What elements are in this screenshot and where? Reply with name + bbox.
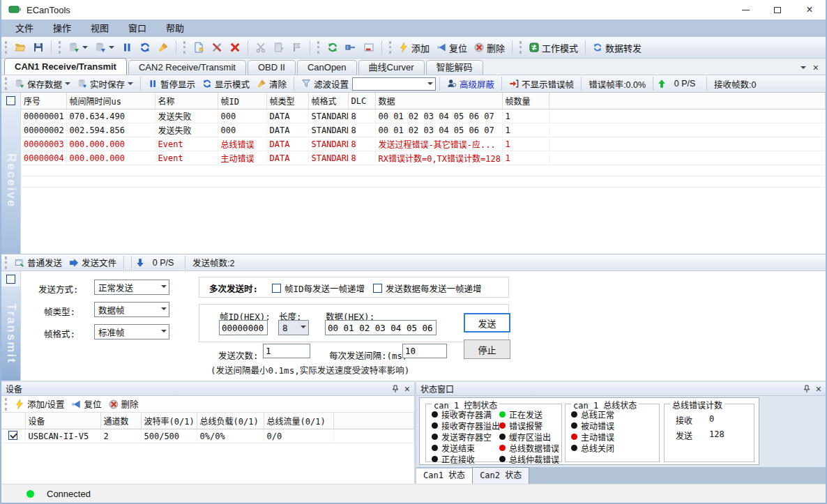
save-data-button[interactable]: 保存数据 bbox=[11, 76, 74, 92]
add-device-button[interactable]: 添加 bbox=[395, 40, 433, 56]
work-mode-button[interactable]: 工作模式 bbox=[526, 40, 582, 56]
hide-window-button[interactable] bbox=[360, 40, 378, 54]
col-header[interactable]: 帧类型 bbox=[266, 93, 308, 109]
tab-can2[interactable]: CAN2 Receive/Transmit bbox=[128, 60, 246, 75]
pin-icon[interactable] bbox=[803, 385, 810, 393]
col-header[interactable]: DLC bbox=[348, 93, 375, 109]
table-row[interactable]: 00000002002.594.856发送失败000DATASTANDARD80… bbox=[21, 123, 826, 137]
cell: STANDARD bbox=[308, 151, 348, 165]
normal-send-button[interactable]: 普通发送 bbox=[11, 254, 66, 270]
receive-gutter: Receive bbox=[1, 93, 21, 254]
inc-data-checkbox[interactable] bbox=[373, 284, 382, 293]
device-row[interactable]: USBCAN-II-V5 2 500/500 0%/0% 0/0 bbox=[1, 429, 414, 443]
close-panel-icon[interactable]: × bbox=[816, 385, 821, 393]
tab-list-dropdown-icon[interactable] bbox=[801, 66, 806, 72]
menu-file[interactable]: 文件 bbox=[6, 20, 43, 37]
device-delete-button[interactable]: 删除 bbox=[105, 396, 142, 412]
frame-id-input[interactable] bbox=[219, 320, 268, 335]
table-row-error[interactable]: 00000003000.000.000Event总线错误DATASTANDARD… bbox=[21, 137, 826, 151]
menu-view[interactable]: 视图 bbox=[81, 20, 119, 37]
send-button[interactable]: 发送 bbox=[464, 313, 510, 333]
maximize-icon bbox=[774, 7, 781, 13]
col-header[interactable]: 帧间隔时间us bbox=[66, 93, 155, 109]
col-header[interactable]: 通道数 bbox=[100, 413, 141, 429]
pause-display-button[interactable]: 暂停显示 bbox=[144, 76, 199, 92]
frame-format-select[interactable]: 标准帧 bbox=[94, 324, 169, 339]
clear-button[interactable] bbox=[154, 40, 172, 54]
realtime-save-button[interactable]: 实时保存 bbox=[74, 76, 137, 92]
send-mode-select[interactable]: 正常发送 bbox=[94, 280, 169, 295]
close-button[interactable]: × bbox=[794, 0, 826, 20]
save-file-button[interactable] bbox=[29, 40, 47, 54]
menu-window[interactable]: 窗口 bbox=[119, 20, 156, 37]
toolbar-grip bbox=[5, 77, 8, 90]
table-row[interactable]: 00000001070.634.490发送失败000DATASTANDARD80… bbox=[21, 109, 826, 123]
auto-save-dropdown-button[interactable] bbox=[91, 40, 118, 54]
col-header[interactable]: 数据 bbox=[375, 93, 502, 109]
reset-device-button[interactable]: 复位 bbox=[433, 40, 471, 56]
hide-error-frames-button[interactable]: 不显示错误帧 bbox=[506, 76, 577, 92]
tab-can1[interactable]: CAN1 Receive/Transmit bbox=[4, 58, 127, 75]
close-tab-icon[interactable]: × bbox=[813, 63, 819, 72]
col-header[interactable]: 帧数量 bbox=[502, 93, 549, 109]
tab-can1-status[interactable]: Can1 状态 bbox=[416, 468, 472, 484]
led-dot bbox=[571, 445, 577, 451]
settings-tools-button[interactable] bbox=[208, 40, 226, 54]
col-header[interactable]: 序号 bbox=[21, 93, 66, 109]
transmit-select-all-checkbox[interactable] bbox=[6, 275, 15, 284]
menu-operate[interactable]: 操作 bbox=[43, 20, 81, 37]
new-config-button[interactable] bbox=[190, 40, 208, 54]
receive-select-all-checkbox[interactable] bbox=[6, 96, 15, 105]
frame-type-select[interactable]: 数据帧 bbox=[94, 302, 169, 317]
stop-button[interactable]: 停止 bbox=[464, 339, 510, 359]
device-reset-button[interactable]: 复位 bbox=[68, 396, 105, 412]
menu-help[interactable]: 帮助 bbox=[156, 20, 194, 37]
tab-can2-status[interactable]: Can2 状态 bbox=[472, 467, 529, 484]
interval-input[interactable] bbox=[402, 344, 447, 358]
data-forward-button[interactable]: 数据转发 bbox=[589, 40, 645, 56]
toolbar-separator bbox=[294, 77, 294, 91]
inc-frame-id-checkbox[interactable] bbox=[272, 284, 281, 293]
reconnect-button[interactable] bbox=[324, 40, 342, 54]
open-file-button[interactable] bbox=[11, 40, 29, 54]
col-header[interactable]: 帧格式 bbox=[308, 93, 348, 109]
col-header[interactable]: 总线流量(0/1) bbox=[264, 413, 333, 429]
maximize-button[interactable] bbox=[761, 0, 794, 20]
filter-combobox[interactable] bbox=[352, 77, 436, 91]
length-select[interactable]: 8 bbox=[278, 320, 309, 335]
clear-list-button[interactable]: 清除 bbox=[253, 76, 290, 92]
col-header[interactable]: 波特率(0/1) bbox=[141, 413, 197, 429]
tab-smart-decode[interactable]: 智能解码 bbox=[426, 60, 483, 75]
col-header[interactable]: 总线负载(0/1) bbox=[197, 413, 264, 429]
pin-icon[interactable] bbox=[392, 385, 399, 393]
save-data-dropdown-button[interactable] bbox=[65, 40, 91, 54]
cut-button[interactable] bbox=[252, 40, 270, 54]
col-header[interactable]: 帧ID bbox=[218, 93, 266, 109]
flag-button[interactable] bbox=[288, 40, 306, 54]
remove-device-button[interactable]: 删除 bbox=[471, 40, 508, 56]
pause-button[interactable] bbox=[118, 40, 136, 54]
paste-button[interactable] bbox=[270, 40, 288, 54]
col-header[interactable]: 名称 bbox=[155, 93, 218, 109]
col-header[interactable]: 设备 bbox=[25, 413, 100, 429]
usb-button[interactable] bbox=[342, 40, 360, 54]
tab-obd2[interactable]: OBD II bbox=[248, 60, 296, 75]
filter-settings-button[interactable]: 滤波设置 bbox=[298, 76, 352, 92]
device-enabled-checkbox[interactable] bbox=[8, 431, 17, 440]
tab-curver[interactable]: 曲线Curver bbox=[358, 60, 425, 75]
delete-device-button[interactable] bbox=[226, 40, 244, 54]
advanced-mask-button[interactable]: 高级屏蔽 bbox=[443, 76, 498, 92]
tab-canopen[interactable]: CanOpen bbox=[297, 60, 357, 75]
cell: 00000003 bbox=[21, 137, 66, 151]
refresh-button[interactable] bbox=[136, 40, 154, 54]
device-add-setup-button[interactable]: 添加/设置 bbox=[11, 396, 68, 412]
send-window-icon bbox=[15, 258, 24, 268]
data-hex-input[interactable] bbox=[325, 320, 437, 335]
send-times-input[interactable] bbox=[263, 344, 310, 358]
close-panel-icon[interactable]: × bbox=[404, 385, 410, 393]
display-mode-button[interactable]: 显示模式 bbox=[199, 76, 253, 92]
inc-data-label: 发送数据每发送一帧递增 bbox=[386, 282, 482, 295]
minimize-button[interactable] bbox=[729, 0, 761, 20]
table-row-error[interactable]: 00000004000.000.000Event主动错误DATASTANDARD… bbox=[21, 151, 826, 165]
send-file-button[interactable]: 发送文件 bbox=[66, 254, 120, 270]
